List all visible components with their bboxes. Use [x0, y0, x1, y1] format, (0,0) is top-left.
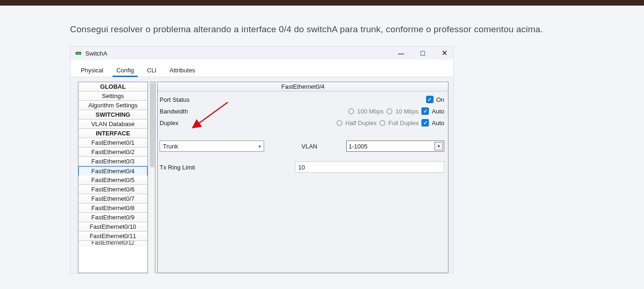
- tab-attributes[interactable]: Attributes: [163, 63, 202, 77]
- port-status-checkbox[interactable]: ✓: [426, 96, 434, 103]
- tabs-bar: PhysicalConfigCLIAttributes: [70, 60, 453, 77]
- port-status-label: Port Status: [160, 96, 244, 103]
- vlan-range-value: 1-1005: [349, 143, 367, 150]
- tab-config[interactable]: Config: [110, 63, 140, 77]
- sidebar-item-vlandatabase[interactable]: VLAN Database: [78, 120, 147, 129]
- comment-text: Consegui resolver o problema alterando a…: [70, 24, 574, 35]
- switcha-window: SwitchA — ☐ ✕ PhysicalConfigCLIAttribute…: [70, 46, 454, 274]
- tx-ring-limit-label: Tx Ring Limit: [160, 164, 295, 171]
- chevron-down-icon: ▾: [259, 144, 261, 149]
- title-bar: SwitchA — ☐ ✕: [70, 47, 453, 60]
- bandwidth-option-label: 10 Mbps: [395, 108, 419, 115]
- sidebar-item-fastethernet04[interactable]: FastEthernet0/4: [78, 166, 147, 176]
- vlan-range-input[interactable]: 1-1005 ▾: [346, 141, 444, 152]
- port-status-on-label: On: [436, 96, 444, 103]
- sidebar-item-algorithmsettings[interactable]: Algorithm Settings: [78, 101, 147, 110]
- interface-details-panel: FastEthernet0/4 Port Status: [157, 82, 448, 273]
- duplex-radio-0[interactable]: [336, 120, 343, 126]
- duplex-option-label: Half Duplex: [345, 120, 377, 127]
- port-mode-value: Trunk: [163, 143, 178, 150]
- port-mode-dropdown[interactable]: Trunk ▾: [160, 141, 264, 152]
- duplex-option-label: Full Duplex: [388, 120, 419, 127]
- sidebar-item-fastethernet03[interactable]: FastEthernet0/3: [78, 157, 147, 166]
- sidebar-item-fastethernet05[interactable]: FastEthernet0/5: [78, 176, 147, 185]
- config-sidebar: GLOBALSettingsAlgorithm SettingsSWITCHIN…: [78, 82, 148, 273]
- tab-physical[interactable]: Physical: [74, 63, 110, 77]
- details-header: FastEthernet0/4: [158, 82, 448, 92]
- scrollbar-thumb[interactable]: [150, 83, 154, 167]
- sidebar-item-fastethernet08[interactable]: FastEthernet0/8: [78, 204, 147, 213]
- sidebar-scrollbar[interactable]: [149, 82, 155, 274]
- bandwidth-label: Bandwidth: [160, 108, 244, 115]
- sidebar-item-fastethernet011[interactable]: FastEthernet0/11: [78, 232, 147, 241]
- bandwidth-auto-label: Auto: [432, 108, 444, 115]
- duplex-radio-1[interactable]: [379, 120, 385, 126]
- bandwidth-option-label: 100 Mbps: [357, 108, 384, 115]
- vlan-label: VLAN: [301, 143, 317, 150]
- duplex-auto-checkbox[interactable]: ✓: [421, 119, 429, 127]
- window-title: SwitchA: [85, 50, 398, 57]
- sidebar-item-fastethernet09[interactable]: FastEthernet0/9: [78, 213, 147, 222]
- close-button[interactable]: ✕: [441, 49, 448, 57]
- tx-ring-limit-value: 10: [298, 164, 305, 171]
- sidebar-item-partial[interactable]: FastEthernet0/12: [78, 241, 147, 247]
- svg-rect-3: [79, 53, 80, 54]
- tx-ring-limit-input[interactable]: 10: [295, 162, 444, 173]
- sidebar-header: GLOBAL: [78, 82, 147, 92]
- sidebar-header: SWITCHING: [78, 110, 147, 120]
- tab-cli[interactable]: CLI: [140, 63, 163, 77]
- svg-rect-1: [77, 53, 77, 54]
- sidebar-header: INTERFACE: [78, 129, 147, 138]
- bandwidth-radio-0[interactable]: [348, 108, 354, 114]
- sidebar-item-settings[interactable]: Settings: [78, 92, 147, 101]
- sidebar-item-fastethernet07[interactable]: FastEthernet0/7: [78, 194, 147, 204]
- bandwidth-radio-1[interactable]: [386, 108, 392, 114]
- duplex-auto-label: Auto: [432, 120, 444, 127]
- svg-rect-2: [78, 53, 79, 54]
- sidebar-item-fastethernet010[interactable]: FastEthernet0/10: [78, 222, 147, 232]
- maximize-button[interactable]: ☐: [420, 50, 426, 56]
- minimize-button[interactable]: —: [398, 50, 404, 56]
- page-top-bar: [0, 0, 644, 6]
- switch-icon: [75, 50, 82, 56]
- bandwidth-auto-checkbox[interactable]: ✓: [421, 107, 429, 115]
- vlan-dropdown-button[interactable]: ▾: [434, 142, 443, 150]
- sidebar-item-fastethernet02[interactable]: FastEthernet0/2: [78, 148, 147, 157]
- duplex-label: Duplex: [160, 120, 244, 127]
- sidebar-item-fastethernet06[interactable]: FastEthernet0/6: [78, 185, 147, 194]
- sidebar-item-fastethernet01[interactable]: FastEthernet0/1: [78, 138, 147, 148]
